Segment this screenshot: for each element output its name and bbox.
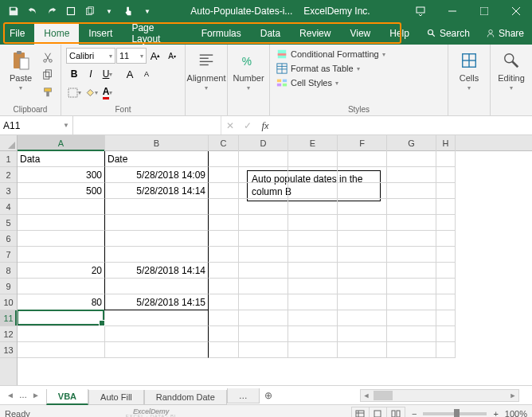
view-buttons[interactable] — [351, 407, 405, 418]
row-header[interactable]: 11 — [0, 310, 17, 326]
cell[interactable] — [105, 231, 209, 247]
cell[interactable] — [18, 342, 105, 358]
zoom-slider[interactable] — [423, 412, 487, 415]
tab-page-layout[interactable]: Page Layout — [122, 22, 191, 45]
new-sheet-button[interactable]: ⊕ — [260, 390, 277, 401]
cell[interactable] — [209, 215, 239, 231]
tab-formulas[interactable]: Formulas — [192, 22, 251, 45]
row-header[interactable]: 1 — [0, 151, 17, 167]
increase-font-icon[interactable]: A▴ — [147, 48, 163, 64]
tab-home[interactable]: Home — [34, 22, 79, 45]
cell[interactable] — [387, 247, 436, 263]
cell[interactable] — [239, 199, 288, 215]
qat-icon[interactable] — [62, 2, 80, 20]
row-header[interactable]: 2 — [0, 167, 17, 183]
cell[interactable] — [387, 310, 436, 326]
tell-me-search[interactable]: Search — [419, 22, 478, 45]
maximize-button[interactable] — [468, 0, 500, 22]
cell[interactable] — [436, 310, 456, 326]
cell[interactable] — [387, 279, 436, 294]
tab-insert[interactable]: Insert — [79, 22, 122, 45]
cell[interactable] — [239, 279, 288, 294]
cell[interactable] — [436, 151, 456, 167]
row-header[interactable]: 3 — [0, 183, 17, 199]
cell[interactable] — [209, 326, 239, 342]
formula-input[interactable] — [274, 116, 532, 134]
cell[interactable] — [338, 326, 387, 342]
cell[interactable] — [18, 326, 105, 342]
cell[interactable] — [239, 247, 288, 263]
col-header[interactable]: C — [209, 135, 239, 151]
tab-view[interactable]: View — [340, 22, 380, 45]
sheet-nav[interactable]: ◄…► — [0, 391, 46, 399]
cell[interactable]: Data — [18, 151, 105, 167]
ribbon-options-icon[interactable] — [405, 0, 436, 22]
editing-button[interactable]: Editing▾ — [495, 48, 527, 92]
cell[interactable] — [387, 199, 436, 215]
name-box[interactable]: A11▼ — [0, 116, 73, 134]
sheet-tab[interactable]: VBA — [46, 389, 88, 405]
cell[interactable] — [18, 247, 105, 263]
paste-button[interactable]: Paste ▾ — [5, 48, 37, 92]
italic-button[interactable]: I — [83, 66, 99, 82]
row-header[interactable]: 8 — [0, 263, 17, 279]
fill-color-icon[interactable]: ▾ — [83, 84, 99, 100]
cell[interactable]: 5/28/2018 14:14 — [105, 183, 209, 199]
cell[interactable] — [18, 215, 105, 231]
cell[interactable] — [105, 247, 209, 263]
cell[interactable]: 300 — [18, 167, 105, 183]
cell[interactable] — [239, 326, 288, 342]
cell[interactable] — [239, 167, 288, 183]
underline-button[interactable]: U▾ — [100, 66, 115, 82]
zoom-out-button[interactable]: − — [412, 409, 417, 418]
cell[interactable] — [387, 167, 436, 183]
cell[interactable] — [387, 231, 436, 247]
touch-mode-icon[interactable] — [119, 2, 137, 20]
font-name-select[interactable]: Calibri▾ — [66, 48, 115, 64]
row-header[interactable]: 13 — [0, 342, 17, 358]
row-header[interactable]: 10 — [0, 294, 17, 310]
decrease-font-icon-2[interactable]: A — [139, 66, 155, 82]
cell[interactable] — [436, 183, 456, 199]
cell[interactable] — [209, 151, 239, 167]
format-as-table-button[interactable]: Format as Table▾ — [275, 62, 387, 75]
cell[interactable] — [209, 167, 239, 183]
cell[interactable] — [436, 247, 456, 263]
increase-font-icon-2[interactable]: A — [122, 66, 138, 82]
cell[interactable] — [436, 199, 456, 215]
cell[interactable] — [288, 342, 338, 358]
cell[interactable] — [18, 279, 105, 294]
cell[interactable] — [436, 263, 456, 279]
cell[interactable] — [209, 199, 239, 215]
cell[interactable] — [436, 342, 456, 358]
cell[interactable] — [105, 215, 209, 231]
cell[interactable] — [387, 215, 436, 231]
share-button[interactable]: Share — [478, 22, 532, 45]
cell[interactable]: 5/28/2018 14:14 — [105, 263, 209, 279]
close-button[interactable] — [500, 0, 532, 22]
col-header[interactable]: F — [338, 135, 387, 151]
row-header[interactable]: 4 — [0, 199, 17, 215]
cell[interactable] — [105, 342, 209, 358]
cell[interactable] — [209, 279, 239, 294]
cell[interactable] — [288, 310, 338, 326]
cell[interactable] — [436, 231, 456, 247]
horizontal-scrollbar[interactable]: ◄► — [360, 389, 519, 402]
undo-icon[interactable] — [24, 2, 41, 20]
cell[interactable] — [338, 231, 387, 247]
col-header[interactable]: G — [387, 135, 436, 151]
cell[interactable] — [105, 279, 209, 294]
cell[interactable] — [209, 263, 239, 279]
format-painter-icon[interactable] — [40, 84, 56, 100]
cell[interactable] — [338, 247, 387, 263]
cell[interactable] — [338, 183, 387, 199]
cell[interactable] — [288, 151, 338, 167]
cell[interactable] — [387, 263, 436, 279]
copy-icon[interactable] — [40, 67, 56, 83]
cell[interactable] — [288, 167, 338, 183]
cell[interactable] — [288, 247, 338, 263]
cell[interactable] — [209, 294, 239, 310]
cell[interactable] — [288, 294, 338, 310]
redo-icon[interactable] — [43, 2, 61, 20]
row-header[interactable]: 12 — [0, 326, 17, 342]
